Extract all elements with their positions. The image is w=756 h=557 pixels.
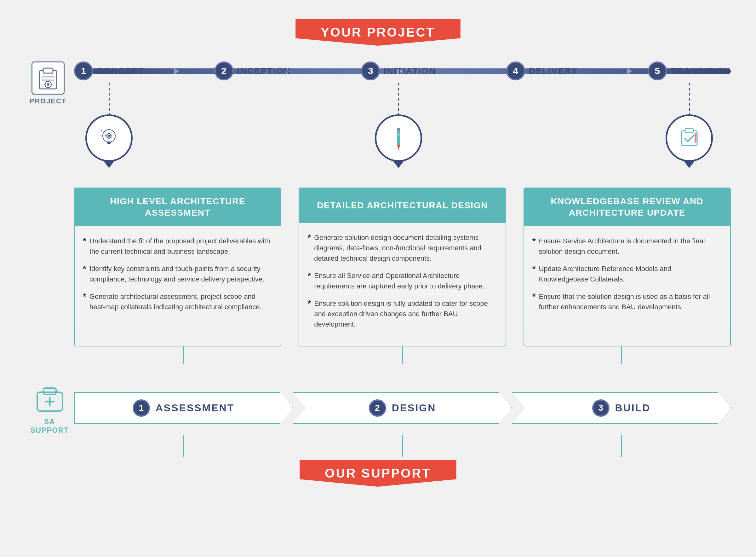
svg-marker-24 [397, 145, 400, 150]
card-1-title: HIGH LEVEL ARCHITECTURE ASSESSMENT [82, 196, 273, 219]
bullet-star-3: * [83, 291, 86, 302]
step2-name: INCEPTION [237, 66, 291, 76]
step4-number: 4 [506, 61, 525, 80]
bullet-star-6: * [308, 298, 311, 309]
arrows-container: 1 ASSESSMENT 2 DESIGN 3 BUILD [74, 392, 731, 424]
svg-point-13 [108, 135, 110, 137]
connector-bottom-1 [74, 435, 293, 457]
card-3-title: KNOWLEDGEBASE REVIEW AND ARCHITECTURE UP… [532, 196, 723, 219]
connector-line-2 [402, 346, 403, 364]
track-step-4: 4 DELIVERY [506, 61, 578, 169]
card-1-bullet-1: * Understand the fit of the proposed pro… [83, 236, 273, 257]
card-1-bullet-2: * Identify key constraints and touch-poi… [83, 264, 273, 284]
step1-name: CONCEPT [97, 66, 144, 76]
connector-bottom-line-3 [621, 435, 622, 457]
card-1-body: * Understand the fit of the proposed pro… [75, 226, 281, 328]
sa-icon-svg [32, 381, 67, 416]
svg-rect-26 [397, 134, 401, 135]
svg-rect-9 [51, 84, 52, 85]
connector-2 [293, 346, 512, 364]
step5-icon-circle [666, 114, 713, 162]
sa-support-icon [32, 381, 67, 416]
card-1: HIGH LEVEL ARCHITECTURE ASSESSMENT * Und… [74, 187, 281, 346]
card-2-body: * Generate solution design document deta… [299, 223, 505, 346]
card-3: KNOWLEDGEBASE REVIEW AND ARCHITECTURE UP… [524, 187, 731, 346]
connector-bottom-2 [293, 435, 512, 457]
project-label: PROJECT [30, 97, 67, 105]
arrow-1-num: 1 [133, 400, 150, 417]
your-project-banner: YOUR PROJECT [295, 19, 461, 46]
step2-header: 2 INCEPTION [215, 61, 291, 80]
step3-icon-circle [375, 114, 422, 162]
connector-bottom-line-1 [183, 435, 184, 457]
card-3-bullet-3: * Ensure that the solution design is use… [532, 291, 722, 312]
track-step-2: 2 INCEPTION [215, 61, 291, 169]
arrow-2-inner: 2 DESIGN [369, 400, 436, 417]
our-support-banner: OUR SUPPORT [300, 460, 456, 487]
arrow-1-inner: 1 ASSESSMENT [133, 400, 234, 417]
track-step-1: 1 CONCEPT [74, 61, 144, 169]
svg-rect-17 [110, 136, 112, 137]
card-3-bullet-2: * Update Architecture Reference Models a… [532, 264, 722, 284]
svg-rect-31 [43, 388, 56, 394]
clipboard-icon [36, 66, 60, 90]
project-icon-box [32, 61, 65, 94]
card-2-bullet-2: * Ensure all Service and Operational Arc… [308, 270, 497, 291]
your-project-section: YOUR PROJECT [25, 19, 731, 46]
step1-header: 1 CONCEPT [74, 61, 144, 80]
connector-line-1 [183, 346, 184, 364]
card-2-header: DETAILED ARCHITECTURAL DESIGN [299, 188, 505, 223]
svg-line-21 [101, 130, 102, 131]
track-step-3: 3 INITIATION [361, 61, 436, 169]
svg-rect-7 [48, 87, 49, 88]
connector-row-top [74, 346, 731, 364]
svg-rect-15 [109, 138, 109, 139]
svg-rect-1 [43, 68, 53, 73]
card-2-bullet-1: * Generate solution design document deta… [308, 232, 497, 264]
svg-rect-25 [397, 128, 400, 130]
sa-support-label: SA SUPPORT [25, 418, 74, 435]
bottom-row: SA SUPPORT 1 ASSESSMENT 2 DESIGN [25, 381, 731, 435]
card-3-bullet-1: * Ensure Service Architecture is documen… [532, 236, 722, 257]
step4-name: DELIVERY [529, 66, 578, 76]
svg-rect-16 [105, 136, 106, 137]
svg-rect-19 [107, 143, 111, 144]
arrow-design[interactable]: 2 DESIGN [293, 392, 512, 424]
connector-1 [74, 346, 293, 364]
card-3-body: * Ensure Service Architecture is documen… [524, 226, 730, 328]
svg-rect-28 [685, 128, 693, 133]
arrow-3-inner: 3 BUILD [592, 400, 651, 417]
bullet-star-8: * [532, 264, 536, 274]
step1-number: 1 [74, 61, 93, 80]
step5-dashed-line [689, 83, 690, 114]
our-support-section: OUR SUPPORT [25, 460, 731, 487]
svg-rect-18 [107, 142, 111, 143]
arrow-assessment[interactable]: 1 ASSESSMENT [74, 392, 293, 424]
arrow-2-label: DESIGN [392, 402, 436, 414]
step2-number: 2 [215, 61, 233, 80]
step3-name: INITIATION [384, 66, 436, 76]
step3-header: 3 INITIATION [361, 61, 436, 80]
arrow-2-num: 2 [369, 400, 386, 417]
arrow-build[interactable]: 3 BUILD [512, 392, 731, 424]
arrow-1-label: ASSESSMENT [156, 402, 234, 414]
svg-rect-23 [397, 128, 400, 145]
track-steps: 1 CONCEPT [74, 61, 731, 169]
step1-icon-circle [85, 114, 133, 162]
connector-3 [512, 346, 731, 364]
bullet-star-7: * [532, 236, 536, 246]
card-2: DETAILED ARCHITECTURAL DESIGN * Generate… [298, 187, 506, 346]
connector-line-3 [621, 346, 622, 364]
sa-support-box: SA SUPPORT [25, 381, 74, 435]
timeline-track: 1 CONCEPT [74, 61, 731, 169]
arrow-3-num: 3 [592, 400, 609, 417]
bullet-star-1: * [83, 236, 86, 246]
svg-rect-6 [48, 81, 49, 82]
svg-point-5 [47, 83, 50, 86]
step1-dashed-line [109, 83, 109, 114]
project-icon-area: PROJECT [25, 61, 71, 105]
card-3-header: KNOWLEDGEBASE REVIEW AND ARCHITECTURE UP… [524, 188, 730, 226]
step4-header: 4 DELIVERY [506, 61, 578, 80]
step5-number: 5 [648, 61, 667, 80]
initiation-icon [385, 125, 412, 152]
